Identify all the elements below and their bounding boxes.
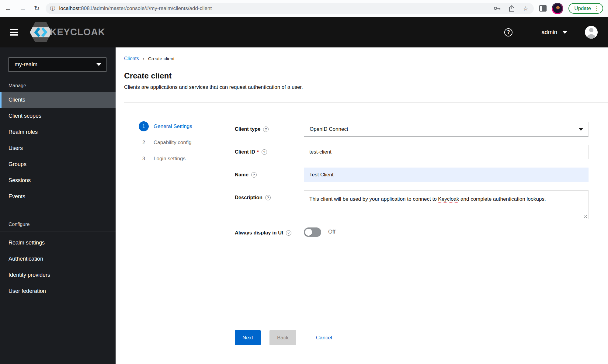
browser-toolbar: ← → ↻ ⓘ localhost:8081/admin/master/cons… [0,0,608,17]
url-text[interactable]: localhost:8081/admin/master/console/#/my… [59,5,494,12]
breadcrumb-chevron-icon: › [143,56,144,61]
step-number: 2 [139,137,149,147]
sidebar-item-realm-settings[interactable]: Realm settings [0,235,116,251]
sidebar: my-realm Manage Clients Client scopes Re… [0,47,116,364]
always-display-label: Always display in UI ? [235,227,304,243]
password-key-icon[interactable] [494,6,501,11]
nav-section-manage: Manage [0,83,116,88]
resize-grip[interactable] [584,215,587,218]
help-icon[interactable]: ? [262,149,267,155]
wizard-step-general-settings[interactable]: 1 General Settings [139,118,226,134]
side-panel-icon[interactable] [539,5,547,12]
browser-forward-icon[interactable]: → [19,5,26,12]
create-client-form: Client type ? OpenID Connect Client ID * [226,103,608,364]
step-label: Login settings [154,156,186,162]
sidebar-item-identity-providers[interactable]: Identity providers [0,267,116,283]
keycloak-logo-icon [30,22,52,42]
help-icon[interactable]: ? [251,172,257,178]
avatar[interactable] [585,26,598,39]
help-icon[interactable]: ? [504,28,512,36]
sidebar-item-users[interactable]: Users [0,140,116,156]
share-icon[interactable] [509,5,515,12]
step-number: 3 [139,154,149,164]
url-host: localhost [59,5,79,11]
description-row: Description ? This client will be used b… [235,190,589,219]
realm-name: my-realm [15,61,37,68]
update-label: Update [574,5,591,12]
address-bar[interactable]: ⓘ localhost:8081/admin/master/console/#/… [46,3,534,14]
main-content: Clients › Create client Create client Cl… [116,47,608,364]
wizard-step-login-settings[interactable]: 3 Login settings [139,151,226,167]
help-icon[interactable]: ? [265,195,271,200]
label-text: Name [235,172,248,178]
step-label: Capability config [154,140,192,146]
nav-toggle-hamburger-icon[interactable] [10,27,18,37]
breadcrumb-clients-link[interactable]: Clients [124,56,139,61]
browser-menu-kebab-icon[interactable]: ⋮ [594,6,599,11]
site-info-icon[interactable]: ⓘ [50,5,55,12]
browser-update-button[interactable]: Update ⋮ [568,3,603,14]
description-textarea[interactable]: This client will be used by your applica… [304,190,589,219]
name-input[interactable] [304,168,589,182]
client-id-label: Client ID * ? [235,145,304,159]
client-type-row: Client type ? OpenID Connect [235,122,589,137]
brand-text: KEYCLOAK [50,27,105,38]
configure-nav: Realm settings Authentication Identity p… [0,235,116,299]
wizard-steps: 1 General Settings 2 Capability config 3… [116,103,226,364]
nav-section-configure: Configure [0,222,116,227]
url-path: :8081/admin/master/console/#/my-realm/cl… [80,5,212,11]
client-type-value: OpenID Connect [310,126,348,132]
label-text: Description [235,195,262,200]
masthead: KEYCLOAK ? admin [0,17,608,47]
wizard-actions: Next Back Cancel [235,330,589,345]
divider [0,78,116,78]
label-text: Client ID [235,149,255,155]
description-text: This client will be used by your applica… [309,196,438,202]
chevron-down-icon [578,128,583,131]
page-subtitle: Clients are applications and services th… [124,84,608,91]
required-asterisk: * [257,149,259,154]
name-row: Name ? [235,168,589,182]
breadcrumb: Clients › Create client [124,56,608,62]
sidebar-item-sessions[interactable]: Sessions [0,172,116,189]
client-id-input[interactable] [304,145,589,159]
bookmark-star-icon[interactable]: ☆ [523,5,528,12]
user-menu[interactable]: admin [541,29,567,36]
spellcheck-word: Keycloak [438,196,459,202]
sidebar-item-events[interactable]: Events [0,189,116,205]
back-button[interactable]: Back [269,330,296,345]
browser-back-icon[interactable]: ← [5,5,12,12]
sidebar-item-authentication[interactable]: Authentication [0,251,116,267]
keycloak-logo[interactable]: KEYCLOAK [30,22,105,42]
sidebar-item-clients[interactable]: Clients [0,92,116,108]
toggle-knob [305,229,312,236]
help-icon[interactable]: ? [286,230,291,236]
description-label: Description ? [235,190,304,219]
client-type-label: Client type ? [235,122,304,137]
sidebar-item-realm-roles[interactable]: Realm roles [0,124,116,140]
username: admin [541,29,557,36]
always-display-toggle[interactable] [304,227,321,237]
client-id-row: Client ID * ? [235,145,589,159]
always-display-row: Always display in UI ? Off [235,227,589,243]
toggle-state-label: Off [328,227,335,235]
description-text: and complete authentication lookups. [459,196,546,202]
step-label: General Settings [154,123,192,130]
name-label: Name ? [235,168,304,182]
cancel-button[interactable]: Cancel [310,330,338,345]
breadcrumb-current: Create client [148,56,175,61]
chevron-down-icon [562,31,567,34]
sidebar-item-client-scopes[interactable]: Client scopes [0,108,116,124]
wizard-step-capability-config[interactable]: 2 Capability config [139,134,226,151]
manage-nav: Clients Client scopes Realm roles Users … [0,92,116,205]
client-type-select[interactable]: OpenID Connect [304,122,589,137]
chevron-down-icon [96,63,101,66]
browser-profile-avatar[interactable] [552,3,563,14]
realm-selector[interactable]: my-realm [9,57,106,72]
help-icon[interactable]: ? [263,127,269,132]
sidebar-item-groups[interactable]: Groups [0,156,116,172]
sidebar-item-user-federation[interactable]: User federation [0,283,116,299]
divider [0,231,116,231]
browser-reload-icon[interactable]: ↻ [34,5,40,12]
next-button[interactable]: Next [235,330,261,345]
